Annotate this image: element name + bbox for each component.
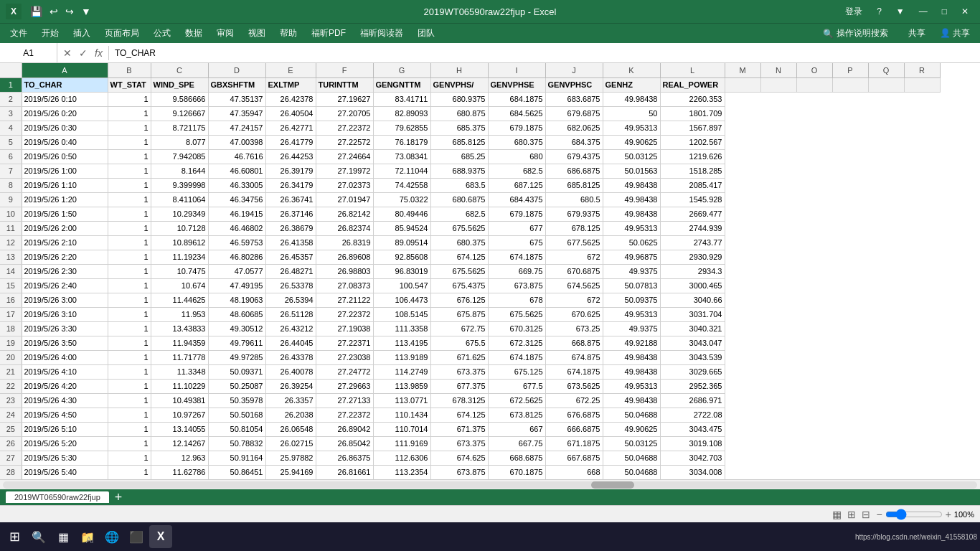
taskview-button[interactable]: ▦	[52, 525, 75, 548]
cell[interactable]: 12.14267	[151, 436, 208, 451]
cell[interactable]: 27.19627	[316, 92, 373, 106]
maximize-button[interactable]: □	[936, 4, 953, 19]
cell[interactable]: 50	[603, 106, 660, 121]
cell[interactable]: 49.95313	[603, 121, 660, 135]
cell[interactable]: 74.42558	[373, 178, 430, 192]
chrome-button[interactable]: 🌐	[100, 525, 123, 548]
cell[interactable]: 2019/5/26 1:20	[22, 192, 108, 207]
cell[interactable]: 11.94359	[151, 336, 208, 350]
cell[interactable]: 72.11044	[373, 164, 430, 178]
cell[interactable]: 1	[108, 207, 151, 221]
cell[interactable]: 2952.365	[660, 379, 725, 393]
cell[interactable]: 108.5145	[373, 307, 430, 321]
cell[interactable]: 1545.928	[660, 192, 725, 207]
cell[interactable]: 2260.353	[660, 92, 725, 106]
cell[interactable]: 27.02373	[316, 178, 373, 192]
cell[interactable]: 2019/5/26 2:40	[22, 278, 108, 293]
cell[interactable]: 26.43378	[265, 350, 316, 364]
cell[interactable]: 26.45357	[265, 250, 316, 264]
insert-function-button[interactable]: fx	[92, 46, 105, 60]
cell[interactable]: 674.1875	[488, 350, 545, 364]
cell[interactable]: 49.79611	[208, 336, 265, 350]
close-button[interactable]: ✕	[956, 4, 974, 19]
cell[interactable]: 2019/5/26 2:20	[22, 250, 108, 264]
cell[interactable]: 677.5	[488, 379, 545, 393]
cell[interactable]: 678	[488, 293, 545, 307]
cell[interactable]: 49.98438	[603, 364, 660, 379]
cell[interactable]: 50.81054	[208, 422, 265, 436]
cell[interactable]: 113.4195	[373, 336, 430, 350]
cell[interactable]: 1	[108, 149, 151, 164]
cell[interactable]: 8.411064	[151, 192, 208, 207]
cell[interactable]: 1202.567	[660, 135, 725, 149]
menu-team[interactable]: 团队	[410, 24, 442, 42]
cell[interactable]: 50.03125	[603, 149, 660, 164]
cell[interactable]: 50.04688	[603, 408, 660, 422]
cell[interactable]: 674.125	[430, 408, 488, 422]
cell[interactable]: 1	[108, 264, 151, 278]
cell[interactable]: 674.625	[430, 451, 488, 465]
cell[interactable]: 675.5	[430, 336, 488, 350]
cell[interactable]: 46.33005	[208, 178, 265, 192]
cell[interactable]: 1	[108, 106, 151, 121]
cell[interactable]: 675.125	[488, 364, 545, 379]
cell[interactable]: 9.586666	[151, 92, 208, 106]
cell[interactable]: 8.721175	[151, 121, 208, 135]
cell[interactable]: 10.7128	[151, 221, 208, 235]
header-cell-15[interactable]	[832, 77, 868, 92]
ribbon-toggle-button[interactable]: ▼	[890, 4, 910, 19]
cell[interactable]: 26.89608	[316, 250, 373, 264]
cell[interactable]: 9.126667	[151, 106, 208, 121]
cell[interactable]: 27.22372	[316, 121, 373, 135]
cell[interactable]: 49.30512	[208, 321, 265, 336]
start-button[interactable]: ⊞	[3, 525, 26, 548]
excel-taskbar-button[interactable]: X	[149, 525, 172, 548]
cell[interactable]: 49.98438	[603, 178, 660, 192]
cell[interactable]: 113.9189	[373, 350, 430, 364]
menu-formula[interactable]: 公式	[146, 24, 178, 42]
cell[interactable]: 1	[108, 422, 151, 436]
cell[interactable]: 2019/5/26 5:20	[22, 436, 108, 451]
cell[interactable]: 100.547	[373, 278, 430, 293]
cell[interactable]: 26.40504	[265, 106, 316, 121]
cell[interactable]: 26.44253	[265, 149, 316, 164]
menu-search[interactable]: 🔍 操作说明搜索	[816, 24, 895, 42]
col-header-K[interactable]: K	[603, 63, 660, 77]
cell[interactable]: 682.0625	[545, 121, 603, 135]
cell[interactable]: 1	[108, 350, 151, 364]
cell[interactable]: 1	[108, 307, 151, 321]
cell[interactable]: 49.98438	[603, 92, 660, 106]
cell[interactable]: 1	[108, 221, 151, 235]
cell[interactable]: 48.19063	[208, 293, 265, 307]
header-cell-13[interactable]	[760, 77, 796, 92]
cell[interactable]: 673.375	[430, 364, 488, 379]
cell[interactable]: 85.94524	[373, 221, 430, 235]
menu-insert[interactable]: 插入	[66, 24, 98, 42]
cell[interactable]: 2934.3	[660, 264, 725, 278]
add-sheet-button[interactable]: +	[112, 490, 126, 505]
cell[interactable]: 2019/5/26 5:40	[22, 465, 108, 479]
cell[interactable]: 685.25	[430, 149, 488, 164]
cell[interactable]: 3043.539	[660, 350, 725, 364]
cell[interactable]: 50.04688	[603, 451, 660, 465]
cell[interactable]: 1	[108, 393, 151, 408]
cell[interactable]: 26.82142	[316, 207, 373, 221]
cell[interactable]: 49.96875	[603, 250, 660, 264]
cell[interactable]: 2019/5/26 4:00	[22, 350, 108, 364]
cell[interactable]: 13.43833	[151, 321, 208, 336]
cell[interactable]: 2019/5/26 2:10	[22, 235, 108, 250]
cell[interactable]: 3042.703	[660, 451, 725, 465]
cell[interactable]: 675.5625	[430, 221, 488, 235]
cell[interactable]: 668.875	[545, 336, 603, 350]
cell[interactable]: 47.35137	[208, 92, 265, 106]
cell[interactable]: 10.89612	[151, 235, 208, 250]
header-cell-10[interactable]: GENHZ	[603, 77, 660, 92]
cell[interactable]: 2019/5/26 4:30	[22, 393, 108, 408]
cell[interactable]: 27.21122	[316, 293, 373, 307]
cell[interactable]: 1	[108, 235, 151, 250]
cell[interactable]: 2019/5/26 5:30	[22, 451, 108, 465]
col-header-C[interactable]: C	[151, 63, 208, 77]
cell[interactable]: 46.60801	[208, 164, 265, 178]
terminal-button[interactable]: ⬛	[125, 525, 148, 548]
cell[interactable]: 26.98803	[316, 264, 373, 278]
